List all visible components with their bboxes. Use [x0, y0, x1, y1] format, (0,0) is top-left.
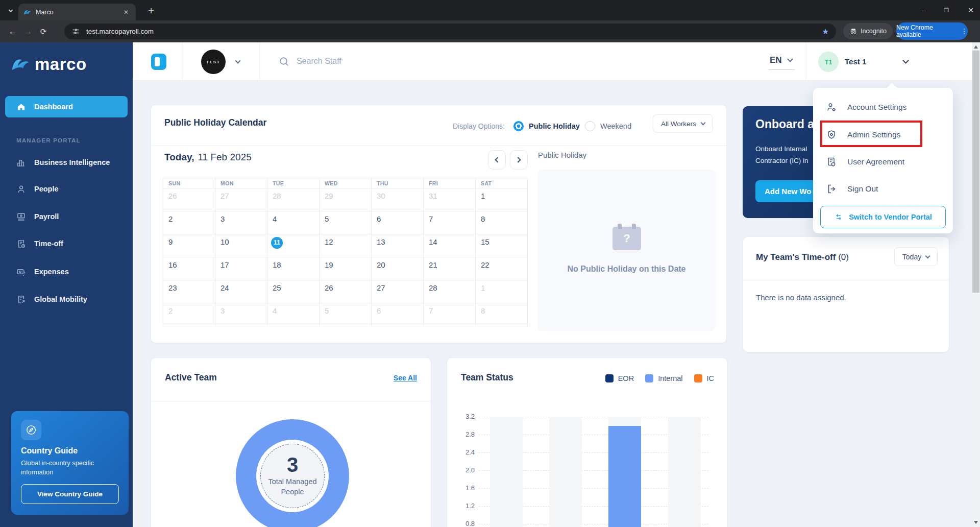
calendar-day[interactable]: 8: [476, 211, 528, 234]
user-menu-chevron-down-icon[interactable]: [902, 57, 909, 64]
calendar-day[interactable]: 17: [215, 257, 267, 280]
calendar-day[interactable]: 22: [476, 257, 528, 280]
browser-tab-strip: Marco ✕ + – ❐ ✕: [0, 0, 980, 20]
all-workers-dropdown[interactable]: All Workers: [653, 114, 713, 133]
calendar-day[interactable]: 3: [215, 211, 267, 234]
menu-item-label: Sign Out: [847, 184, 878, 194]
window-maximize-icon[interactable]: ❐: [941, 7, 951, 14]
calendar-day[interactable]: 5: [320, 211, 372, 234]
sidebar-item-payroll[interactable]: Payroll: [0, 206, 133, 227]
calendar-day[interactable]: 4: [267, 211, 320, 234]
window-minimize-icon[interactable]: –: [917, 6, 927, 14]
marco-logo: marco: [11, 55, 87, 74]
calendar-day[interactable]: 12: [320, 234, 372, 257]
calendar-day[interactable]: 14: [424, 234, 476, 257]
calendar-day[interactable]: 5: [320, 303, 372, 326]
calendar-day[interactable]: 29: [320, 188, 372, 211]
workspace-avatar[interactable]: TEST: [201, 50, 226, 74]
tab-close-icon[interactable]: ✕: [121, 8, 131, 17]
option-weekend[interactable]: Weekend: [585, 121, 631, 131]
calendar-day[interactable]: 7: [424, 303, 476, 326]
calendar-day[interactable]: 13: [372, 234, 424, 257]
calendar-day[interactable]: 1: [476, 188, 528, 211]
menu-item-admin-settings[interactable]: Admin Settings: [813, 124, 953, 146]
calendar-day[interactable]: 23: [163, 280, 215, 303]
view-country-guide-button[interactable]: View Country Guide: [21, 484, 119, 504]
radio-on-icon[interactable]: [513, 121, 524, 131]
calendar-next-button[interactable]: [510, 150, 528, 170]
reload-icon[interactable]: ⟳: [36, 27, 51, 36]
scrollbar-thumb[interactable]: [972, 51, 979, 293]
language-selector[interactable]: EN: [770, 55, 792, 65]
scroll-up-icon[interactable]: [974, 45, 978, 49]
country-guide-description: Global in-country specific information: [21, 459, 119, 477]
logo-text: marco: [35, 55, 87, 74]
page-scrollbar[interactable]: [972, 42, 980, 527]
calendar-day[interactable]: 6: [372, 211, 424, 234]
calendar-day[interactable]: 19: [320, 257, 372, 280]
calendar-day[interactable]: 1: [476, 280, 528, 303]
bookmark-star-icon[interactable]: ★: [822, 27, 829, 36]
calendar-day[interactable]: 2: [163, 303, 215, 326]
calendar-day[interactable]: 30: [372, 188, 424, 211]
calendar-day[interactable]: 6: [372, 303, 424, 326]
calendar-day[interactable]: 10: [215, 234, 267, 257]
radio-off-icon[interactable]: [585, 121, 595, 131]
window-close-icon[interactable]: ✕: [966, 6, 976, 14]
search-input[interactable]: [297, 53, 511, 70]
calendar-day[interactable]: 2: [163, 211, 215, 234]
bar-internal: [608, 426, 641, 527]
sidebar-item-business-intelligence[interactable]: Business Intelligence: [0, 152, 133, 173]
site-settings-icon[interactable]: [71, 27, 80, 36]
chart-legend: EORInternalIC: [605, 374, 714, 382]
switch-to-vendor-portal-button[interactable]: Switch to Vendor Portal: [820, 206, 946, 228]
calendar-day[interactable]: 27: [215, 188, 267, 211]
calendar-day[interactable]: 26: [163, 188, 215, 211]
option-public-holiday[interactable]: Public Holiday: [513, 121, 580, 131]
tab-search-icon[interactable]: [4, 5, 17, 16]
active-team-donut-chart: 3 Total Managed People: [236, 419, 349, 527]
sidebar-item-dashboard[interactable]: Dashboard: [5, 96, 128, 117]
calendar-day[interactable]: 28: [424, 280, 476, 303]
calendar-day[interactable]: 15: [476, 234, 528, 257]
workspace-chevron-down-icon[interactable]: [235, 58, 240, 63]
menu-item-sign-out[interactable]: Sign Out: [813, 178, 953, 200]
calendar-day[interactable]: 24: [215, 280, 267, 303]
address-bar[interactable]: test.marcopayroll.com ★: [64, 23, 836, 39]
calendar-prev-button[interactable]: [488, 150, 506, 170]
calendar-day[interactable]: 31: [424, 188, 476, 211]
chrome-update-button[interactable]: New Chrome available ⋮: [896, 22, 968, 40]
sidebar-item-expenses[interactable]: Expenses: [0, 261, 133, 282]
calendar-day[interactable]: 20: [372, 257, 424, 280]
calendar-day[interactable]: 18: [267, 257, 320, 280]
sidebar-item-global-mobility[interactable]: Global Mobility: [0, 289, 133, 310]
see-all-link[interactable]: See All: [394, 374, 417, 382]
calendar-day[interactable]: 28: [267, 188, 320, 211]
calendar-day[interactable]: 3: [215, 303, 267, 326]
back-icon[interactable]: ←: [5, 27, 20, 37]
sidebar-toggle-icon[interactable]: [151, 54, 166, 70]
browser-menu-dots-icon[interactable]: ⋮: [961, 27, 968, 35]
user-avatar[interactable]: T1: [818, 52, 839, 72]
calendar-day[interactable]: 9: [163, 234, 215, 257]
new-tab-button[interactable]: +: [145, 5, 157, 17]
timeoff-filter-dropdown[interactable]: Today: [894, 247, 938, 266]
calendar-day[interactable]: 26: [320, 280, 372, 303]
scroll-down-icon[interactable]: [974, 521, 978, 524]
calendar-day-today[interactable]: 11: [267, 234, 320, 257]
calendar-day[interactable]: 25: [267, 280, 320, 303]
browser-tab[interactable]: Marco ✕: [18, 4, 136, 20]
y-axis-tick: 1.6: [457, 484, 475, 492]
incognito-icon: [849, 27, 857, 35]
calendar-day[interactable]: 16: [163, 257, 215, 280]
menu-item-user-agreement[interactable]: User Agreement: [813, 151, 953, 173]
calendar-day[interactable]: 4: [267, 303, 320, 326]
sidebar-item-time-off[interactable]: Time-off: [0, 233, 133, 254]
calendar-day[interactable]: 8: [476, 303, 528, 326]
calendar-day[interactable]: 7: [424, 211, 476, 234]
sidebar-item-people[interactable]: People: [0, 178, 133, 200]
calendar-day[interactable]: 21: [424, 257, 476, 280]
calendar-day[interactable]: 27: [372, 280, 424, 303]
menu-item-account-settings[interactable]: Account Settings: [813, 96, 953, 118]
forward-icon[interactable]: →: [20, 27, 36, 37]
